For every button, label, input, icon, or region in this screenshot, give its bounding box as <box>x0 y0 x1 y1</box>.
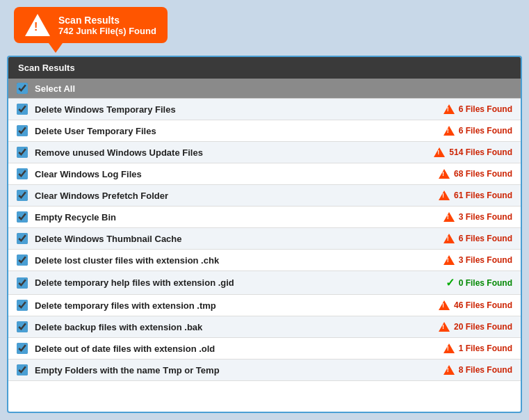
warning-triangle-icon <box>443 255 455 265</box>
item-status: 6 Files Found <box>415 104 512 114</box>
list-item: Delete User Temporary Files6 Files Found <box>8 120 521 142</box>
list-item: Clear Windows Log Files68 Files Found <box>8 163 521 185</box>
status-text: 68 Files Found <box>454 169 512 179</box>
item-checkbox[interactable] <box>17 147 28 158</box>
warning-triangle-icon <box>434 147 445 157</box>
item-label: Delete out of date files with extension … <box>35 344 408 354</box>
item-label: Delete User Temporary Files <box>35 126 408 136</box>
item-label: Delete temporary help files with extensi… <box>35 277 408 288</box>
item-checkbox[interactable] <box>17 300 28 311</box>
item-status: 6 Files Found <box>415 234 512 243</box>
alert-subtitle: 742 Junk File(s) Found <box>58 26 156 36</box>
warning-triangle-icon <box>439 300 450 310</box>
warning-triangle-icon <box>439 191 450 200</box>
warning-triangle-icon <box>443 344 455 353</box>
alert-text: Scan Results 742 Junk File(s) Found <box>58 15 156 36</box>
select-all-checkbox[interactable] <box>17 83 28 94</box>
list-item: Clear Windows Prefetch Folder61 Files Fo… <box>8 185 521 207</box>
item-status: 514 Files Found <box>415 147 512 157</box>
alert-banner: Scan Results 742 Junk File(s) Found <box>14 7 168 43</box>
item-label: Delete lost cluster files with extension… <box>35 255 408 266</box>
item-checkbox[interactable] <box>17 168 28 179</box>
item-checkbox[interactable] <box>17 364 28 375</box>
status-text: 8 Files Found <box>459 365 512 375</box>
warning-triangle-icon <box>443 104 455 114</box>
list-item: Empty Folders with the name Tmp or Temp8… <box>8 360 521 381</box>
items-list: Delete Windows Temporary Files6 Files Fo… <box>8 99 521 409</box>
item-checkbox[interactable] <box>17 125 28 136</box>
item-status: 3 Files Found <box>415 212 512 222</box>
status-text: 20 Files Found <box>454 322 512 332</box>
item-label: Empty Folders with the name Tmp or Temp <box>35 365 408 375</box>
select-all-row[interactable]: Select All <box>8 79 521 99</box>
status-text: 6 Files Found <box>459 104 512 114</box>
status-text: 514 Files Found <box>449 147 512 157</box>
warning-triangle-icon <box>439 322 450 332</box>
status-text: 61 Files Found <box>454 191 512 200</box>
list-item: Delete Windows Temporary Files6 Files Fo… <box>8 99 521 120</box>
item-checkbox[interactable] <box>17 321 28 332</box>
item-checkbox[interactable] <box>17 104 28 115</box>
item-status: 1 Files Found <box>415 344 512 353</box>
list-item: Delete Windows Thumbnail Cache6 Files Fo… <box>8 228 521 250</box>
item-checkbox[interactable] <box>17 190 28 201</box>
main-panel: Scan Results Select All Delete Windows T… <box>7 56 522 413</box>
list-item: Delete lost cluster files with extension… <box>8 250 521 271</box>
item-label: Delete backup files with extension .bak <box>35 322 408 332</box>
item-status: 8 Files Found <box>415 365 512 375</box>
item-checkbox[interactable] <box>17 343 28 354</box>
alert-triangle-icon <box>25 14 50 36</box>
list-item: Delete temporary help files with extensi… <box>8 271 521 295</box>
item-label: Remove unused Windows Update Files <box>35 147 408 158</box>
list-item: Delete backup files with extension .bak2… <box>8 316 521 338</box>
list-item: Delete out of date files with extension … <box>8 338 521 360</box>
status-text: 3 Files Found <box>459 212 512 222</box>
item-status: 20 Files Found <box>415 322 512 332</box>
warning-triangle-icon <box>443 234 455 243</box>
status-text: 0 Files Found <box>459 278 512 288</box>
item-status: 3 Files Found <box>415 255 512 265</box>
item-status: 68 Files Found <box>415 169 512 179</box>
alert-title: Scan Results <box>58 15 156 26</box>
list-item: Empty Recycle Bin3 Files Found <box>8 207 521 228</box>
item-label: Delete Windows Thumbnail Cache <box>35 234 408 244</box>
item-status: 61 Files Found <box>415 191 512 200</box>
warning-triangle-icon <box>443 365 455 375</box>
status-text: 6 Files Found <box>459 126 512 136</box>
list-item: Remove unused Windows Update Files514 Fi… <box>8 142 521 163</box>
check-icon: ✓ <box>446 276 455 289</box>
status-text: 3 Files Found <box>459 255 512 265</box>
item-label: Delete temporary files with extension .t… <box>35 300 408 311</box>
list-item: Delete temporary files with extension .t… <box>8 295 521 316</box>
item-status: 46 Files Found <box>415 300 512 310</box>
warning-triangle-icon <box>439 169 450 179</box>
item-checkbox[interactable] <box>17 233 28 244</box>
item-checkbox[interactable] <box>17 211 28 223</box>
select-all-label: Select All <box>35 83 75 94</box>
item-status: ✓0 Files Found <box>415 276 512 289</box>
status-text: 6 Files Found <box>459 234 512 243</box>
item-label: Clear Windows Prefetch Folder <box>35 191 408 201</box>
panel-header: Scan Results <box>8 57 521 79</box>
warning-triangle-icon <box>443 212 455 222</box>
item-label: Delete Windows Temporary Files <box>35 104 408 115</box>
item-label: Clear Windows Log Files <box>35 169 408 179</box>
warning-triangle-icon <box>443 126 455 136</box>
item-checkbox[interactable] <box>17 255 28 266</box>
status-text: 46 Files Found <box>454 300 512 310</box>
outer-container: Scan Results 742 Junk File(s) Found Scan… <box>0 0 529 420</box>
status-text: 1 Files Found <box>459 344 512 353</box>
item-label: Empty Recycle Bin <box>35 212 408 223</box>
item-status: 6 Files Found <box>415 126 512 136</box>
item-checkbox[interactable] <box>17 277 28 289</box>
